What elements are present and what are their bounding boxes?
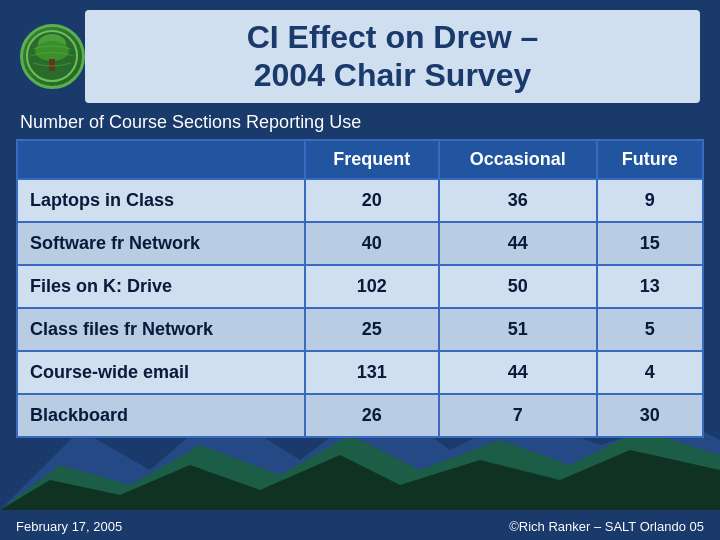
footer: February 17, 2005 ©Rich Ranker – SALT Or… [0,519,720,534]
cell-future: 30 [597,394,703,437]
logo [20,24,85,89]
table-row: Class files fr Network25515 [17,308,703,351]
cell-occasional: 50 [439,265,597,308]
cell-frequent: 40 [305,222,438,265]
cell-future: 15 [597,222,703,265]
table-row: Laptops in Class20369 [17,179,703,222]
cell-label: Class files fr Network [17,308,305,351]
cell-frequent: 25 [305,308,438,351]
cell-frequent: 26 [305,394,438,437]
cell-label: Software fr Network [17,222,305,265]
cell-label: Files on K: Drive [17,265,305,308]
cell-label: Course-wide email [17,351,305,394]
col-header-frequent: Frequent [305,140,438,179]
data-table: Frequent Occasional Future Laptops in Cl… [16,139,704,438]
slide-title: CI Effect on Drew – 2004 Chair Survey [85,10,700,103]
cell-occasional: 51 [439,308,597,351]
cell-future: 4 [597,351,703,394]
footer-date: February 17, 2005 [16,519,122,534]
slide: CI Effect on Drew – 2004 Chair Survey Nu… [0,0,720,540]
cell-frequent: 20 [305,179,438,222]
cell-frequent: 102 [305,265,438,308]
cell-label: Laptops in Class [17,179,305,222]
cell-frequent: 131 [305,351,438,394]
data-table-container: Frequent Occasional Future Laptops in Cl… [16,139,704,438]
cell-label: Blackboard [17,394,305,437]
svg-rect-6 [49,59,55,71]
header: CI Effect on Drew – 2004 Chair Survey [0,0,720,108]
cell-future: 9 [597,179,703,222]
svg-point-5 [35,41,69,61]
table-row: Software fr Network404415 [17,222,703,265]
cell-occasional: 36 [439,179,597,222]
table-row: Files on K: Drive1025013 [17,265,703,308]
cell-occasional: 44 [439,222,597,265]
table-header-row: Frequent Occasional Future [17,140,703,179]
cell-future: 13 [597,265,703,308]
col-header-occasional: Occasional [439,140,597,179]
table-row: Course-wide email131444 [17,351,703,394]
col-header-label [17,140,305,179]
col-header-future: Future [597,140,703,179]
footer-copyright: ©Rich Ranker – SALT Orlando 05 [509,519,704,534]
table-row: Blackboard26730 [17,394,703,437]
slide-subtitle: Number of Course Sections Reporting Use [0,108,720,139]
cell-occasional: 7 [439,394,597,437]
cell-future: 5 [597,308,703,351]
cell-occasional: 44 [439,351,597,394]
